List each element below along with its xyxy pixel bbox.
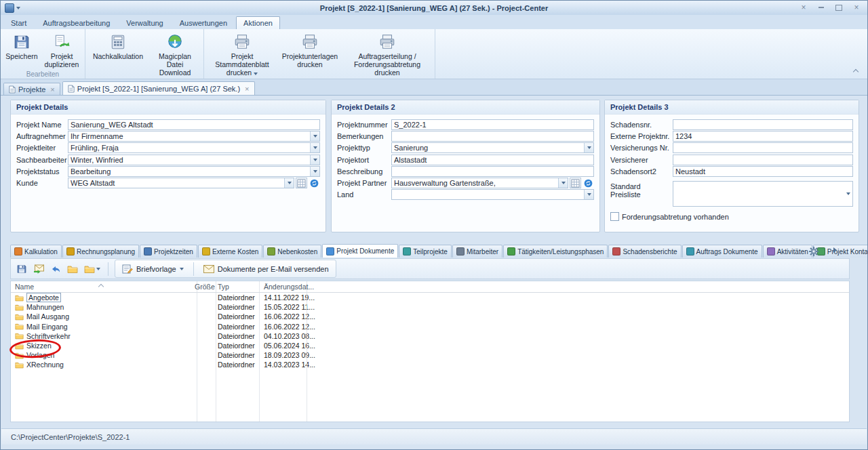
ribbon-tab-aktionen[interactable]: Aktionen <box>236 16 280 29</box>
table-row-skizzen[interactable]: Skizzen Dateiordner 05.06.2024 16... <box>11 341 849 350</box>
nachkalkulation-button[interactable]: Nachkalkulation <box>87 30 149 61</box>
tab-projekt-dokumente[interactable]: Projekt Dokumente <box>322 244 398 258</box>
briefvorlage-button[interactable]: Briefvorlage <box>118 261 188 277</box>
table-row[interactable]: Mail Ausgang Dateiordner 16.06.2022 12..… <box>11 312 849 321</box>
kunde-sync-button[interactable] <box>309 178 320 188</box>
land-input[interactable] <box>392 190 584 199</box>
dropdown-arrow-icon[interactable] <box>284 178 294 188</box>
projektleiter-input[interactable] <box>68 143 310 152</box>
tab-aktivitaeten[interactable]: Aktivitäten <box>763 245 812 258</box>
column-divider[interactable] <box>197 281 197 422</box>
tab-teilprojekte[interactable]: Teilprojekte <box>399 245 452 258</box>
projektort-input[interactable] <box>391 155 594 165</box>
open-folder-button[interactable] <box>66 262 79 277</box>
doc-tab-projekt-s2022-1[interactable]: Projekt [S_2022-1] [Sanierung_WEG A] (27… <box>62 81 255 95</box>
tab-nebenkosten[interactable]: Nebenkosten <box>263 245 321 258</box>
projektstatus-input[interactable] <box>68 167 310 176</box>
projektunterlagen-drucken-button[interactable]: Projektunterlagen drucken <box>278 30 342 69</box>
stammdatenblatt-drucken-button[interactable]: Projekt Stammdatenblatt drucken <box>206 30 278 77</box>
speichern-button[interactable]: Speichern <box>3 30 41 61</box>
standard-preisliste-input[interactable] <box>673 182 844 206</box>
table-row[interactable]: Angebote Dateiordner 14.11.2022 19... <box>11 293 849 302</box>
dropdown-arrow-icon[interactable] <box>310 167 319 176</box>
ribbon-tab-verwaltung[interactable]: Verwaltung <box>119 16 170 29</box>
dropdown-arrow-icon[interactable] <box>844 182 852 206</box>
projekt-partner-combo[interactable] <box>391 178 568 188</box>
dropdown-arrow-icon[interactable] <box>310 155 319 165</box>
projekt-partner-input[interactable] <box>392 178 558 188</box>
sachbearbeiter-combo[interactable] <box>68 155 320 165</box>
column-divider[interactable] <box>259 281 260 422</box>
projektstatus-combo[interactable] <box>68 166 320 177</box>
sachbearbeiter-input[interactable] <box>68 155 310 165</box>
tab-mitarbeiter[interactable]: Mitarbeiter <box>452 245 502 258</box>
standard-preisliste-combo[interactable] <box>673 181 853 207</box>
projektnummer-input[interactable] <box>391 119 594 130</box>
email-versenden-button[interactable]: Dokumente per E-Mail versenden <box>199 261 333 277</box>
land-combo[interactable] <box>391 189 594 200</box>
quick-access-toolbar[interactable] <box>1 3 20 13</box>
dropdown-arrow-icon[interactable] <box>584 143 593 152</box>
doc-tab-projekte[interactable]: Projekte × <box>3 83 60 95</box>
ribbon-tab-auswertungen[interactable]: Auswertungen <box>172 16 235 29</box>
column-divider[interactable] <box>216 281 216 422</box>
bemerkungen-input[interactable] <box>391 131 594 142</box>
schadensort2-input[interactable] <box>673 166 853 177</box>
dropdown-arrow-icon[interactable] <box>558 178 568 188</box>
dropdown-arrow-icon[interactable] <box>310 131 319 141</box>
gear-icon[interactable] <box>808 246 819 257</box>
import-mail-button[interactable] <box>32 262 45 277</box>
forderungsabtretung-checkbox[interactable] <box>610 212 619 221</box>
partner-browse-button[interactable] <box>570 178 581 188</box>
projektleiter-combo[interactable] <box>68 142 320 153</box>
tab-projekt-kontakte[interactable]: Projekt Kontakte <box>813 245 868 258</box>
dropdown-arrow-icon[interactable] <box>310 143 319 152</box>
tab-taetigkeiten[interactable]: Tätigkeiten/Leistungsphasen <box>503 245 608 258</box>
tab-rechnungsplanung[interactable]: Rechnungsplanung <box>62 245 139 258</box>
projekt-duplizieren-button[interactable]: Projekt duplizieren <box>41 30 83 69</box>
column-header-datum[interactable]: Änderungsdat... <box>261 283 314 291</box>
auftragnehmer-input[interactable] <box>68 131 310 141</box>
table-row[interactable]: Vorlagen Dateiordner 18.09.2023 09... <box>11 350 849 360</box>
tab-externe-kosten[interactable]: Externe Kosten <box>198 245 262 258</box>
projekttyp-combo[interactable] <box>391 142 594 153</box>
minimize-button[interactable] <box>816 3 827 12</box>
close-tab-icon[interactable]: × <box>245 85 249 93</box>
kunde-browse-button[interactable] <box>296 178 307 188</box>
tab-schadensberichte[interactable]: Schadensberichte <box>608 245 681 258</box>
close-group-button[interactable]: × <box>798 3 809 12</box>
column-divider[interactable] <box>307 281 307 422</box>
maximize-button[interactable] <box>833 3 844 12</box>
projekttyp-input[interactable] <box>392 143 584 152</box>
ribbon-tab-start[interactable]: Start <box>3 16 34 29</box>
dropdown-arrow-icon[interactable] <box>584 190 593 199</box>
externe-projektnr-input[interactable] <box>673 131 853 142</box>
column-header-groesse[interactable]: Größe <box>193 283 214 291</box>
partner-sync-button[interactable] <box>583 178 594 188</box>
collapse-ribbon-button[interactable] <box>851 67 861 75</box>
versicherungs-nr-input[interactable] <box>673 142 853 153</box>
magicplan-download-button[interactable]: Magicplan Datei Download <box>149 30 201 77</box>
schadensnr-input[interactable] <box>673 119 853 130</box>
ribbon-tab-auftragsbearbeitung[interactable]: Auftragsbearbeitung <box>35 16 117 29</box>
tab-kalkulation[interactable]: Kalkulation <box>10 245 62 258</box>
close-button[interactable]: × <box>851 3 862 12</box>
kunde-combo[interactable] <box>68 178 294 188</box>
tab-projektzeiten[interactable]: Projektzeiten <box>140 245 197 258</box>
folder-dropdown-button[interactable] <box>83 262 102 277</box>
column-header-typ[interactable]: Typ <box>214 283 261 291</box>
scroll-right-icon[interactable] <box>833 247 837 253</box>
beschreibung-input[interactable] <box>391 166 594 177</box>
auftragserteilung-drucken-button[interactable]: Auftragserteilung / Forderungsabtretung … <box>342 30 433 77</box>
close-tab-icon[interactable]: × <box>50 85 54 94</box>
versicherer-input[interactable] <box>673 155 853 165</box>
save-document-button[interactable] <box>15 262 28 277</box>
table-row[interactable]: Schriftverkehr Dateiordner 04.10.2023 08… <box>11 331 849 341</box>
table-row[interactable]: Mahnungen Dateiordner 15.05.2022 11... <box>11 302 849 312</box>
projekt-name-input[interactable] <box>68 119 320 130</box>
table-row[interactable]: XRechnung Dateiordner 14.03.2023 14... <box>11 360 849 369</box>
kunde-input[interactable] <box>68 178 284 188</box>
tab-auftrags-dokumente[interactable]: Auftrags Dokumente <box>682 245 762 258</box>
auftragnehmer-combo[interactable] <box>68 131 320 142</box>
reply-button[interactable] <box>49 262 62 277</box>
